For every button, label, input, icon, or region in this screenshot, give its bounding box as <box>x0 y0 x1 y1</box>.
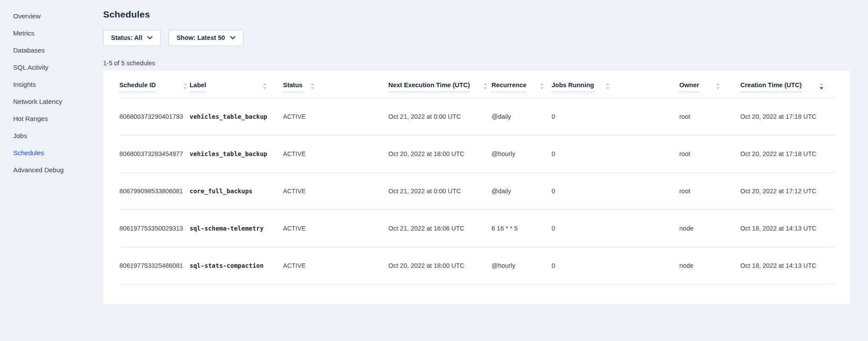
cell-jobs-running: 0 <box>552 247 679 284</box>
cell-next-execution-time: Oct 20, 2022 at 18:00 UTC <box>388 135 491 173</box>
cell-recurrence: @daily <box>491 98 552 135</box>
cell-jobs-running: 0 <box>552 98 679 135</box>
table-row: 806800373290401793 vehicles_table_backup… <box>119 98 835 135</box>
column-label: Owner <box>679 82 699 92</box>
sidebar-item-sql-activity[interactable]: SQL Activity <box>13 64 90 71</box>
table-row: 806800373283454977 vehicles_table_backup… <box>119 135 835 173</box>
cell-recurrence: 6 16 * * 5 <box>491 210 552 247</box>
sidebar-item-overview[interactable]: Overview <box>13 12 90 20</box>
sidebar-item-databases[interactable]: Databases <box>13 46 90 54</box>
cell-owner: node <box>679 247 740 284</box>
results-count: 1-5 of 5 schedules <box>103 60 850 67</box>
main-content: Schedules Status: All Show: Latest 50 1-… <box>103 0 850 304</box>
chevron-down-icon <box>147 36 153 40</box>
cell-status: ACTIVE <box>283 98 388 135</box>
sort-arrows-icon[interactable] <box>606 83 610 89</box>
cell-owner: root <box>679 173 740 210</box>
sort-arrows-icon[interactable] <box>540 83 544 89</box>
cell-label: sql-stats-compaction <box>190 247 283 284</box>
filter-bar: Status: All Show: Latest 50 <box>103 30 850 46</box>
cell-owner: root <box>679 135 740 173</box>
cell-schedule-id: 806197753350029313 <box>119 210 190 247</box>
cell-next-execution-time: Oct 21, 2022 at 0:00 UTC <box>388 98 491 135</box>
cell-schedule-id: 806799098533806081 <box>119 173 190 210</box>
status-filter-label: Status: All <box>111 34 142 41</box>
column-label: Recurrence <box>491 82 527 92</box>
sort-arrows-icon[interactable] <box>716 83 720 89</box>
page-title: Schedules <box>103 9 850 20</box>
column-header-recurrence[interactable]: Recurrence <box>491 82 552 98</box>
column-label: Next Execution Time (UTC) <box>388 82 470 92</box>
sidebar-item-insights[interactable]: Insights <box>13 81 90 89</box>
cell-schedule-id: 806197753325486081 <box>119 247 190 284</box>
column-header-schedule-id[interactable]: Schedule ID <box>119 82 190 98</box>
sort-arrows-icon[interactable] <box>483 83 488 89</box>
cell-owner: root <box>679 98 740 135</box>
status-filter-dropdown[interactable]: Status: All <box>103 30 161 46</box>
cell-schedule-id: 806800373283454977 <box>119 135 190 173</box>
sort-arrows-icon[interactable] <box>262 83 267 89</box>
cell-creation-time: Oct 18, 2022 at 14:13 UTC <box>740 210 835 247</box>
column-label: Creation Time (UTC) <box>740 82 802 92</box>
column-label: Jobs Running <box>552 82 594 92</box>
column-label: Status <box>283 82 302 92</box>
column-header-label[interactable]: Label <box>190 82 283 98</box>
cell-jobs-running: 0 <box>552 135 679 173</box>
column-header-creation-time[interactable]: Creation Time (UTC) <box>740 82 835 98</box>
cell-jobs-running: 0 <box>552 210 679 247</box>
cell-label: vehicles_table_backup <box>190 135 283 173</box>
sidebar: Overview Metrics Databases SQL Activity … <box>13 12 90 183</box>
sort-arrows-icon[interactable] <box>310 83 315 89</box>
cell-status: ACTIVE <box>283 210 388 247</box>
cell-recurrence: @hourly <box>491 247 552 284</box>
cell-status: ACTIVE <box>283 247 388 284</box>
cell-recurrence: @daily <box>491 173 552 210</box>
chevron-down-icon <box>230 36 236 40</box>
cell-label: vehicles_table_backup <box>190 98 283 135</box>
column-header-next-execution-time[interactable]: Next Execution Time (UTC) <box>388 82 491 98</box>
sidebar-item-schedules[interactable]: Schedules <box>13 149 90 157</box>
sidebar-item-network-latency[interactable]: Network Latency <box>13 98 90 106</box>
column-header-owner[interactable]: Owner <box>679 82 740 98</box>
show-filter-dropdown[interactable]: Show: Latest 50 <box>169 30 243 46</box>
sidebar-item-metrics[interactable]: Metrics <box>13 29 90 37</box>
sidebar-item-hot-ranges[interactable]: Hot Ranges <box>13 115 90 123</box>
cell-label: core_full_backups <box>190 173 283 210</box>
cell-creation-time: Oct 18, 2022 at 14:13 UTC <box>740 247 835 284</box>
column-label: Label <box>190 82 206 92</box>
table-row: 806799098533806081 core_full_backups ACT… <box>119 173 835 210</box>
sort-arrows-icon[interactable] <box>183 83 187 89</box>
column-label: Schedule ID <box>119 82 156 92</box>
cell-label: sql-schema-telemetry <box>190 210 283 247</box>
cell-status: ACTIVE <box>283 135 388 173</box>
cell-next-execution-time: Oct 21, 2022 at 0:00 UTC <box>388 173 491 210</box>
table-row: 806197753325486081 sql-stats-compaction … <box>119 247 835 284</box>
cell-next-execution-time: Oct 21, 2022 at 16:06 UTC <box>388 210 491 247</box>
cell-recurrence: @hourly <box>491 135 552 173</box>
cell-creation-time: Oct 20, 2022 at 17:18 UTC <box>740 135 835 173</box>
sort-arrows-icon-active-desc[interactable] <box>819 83 824 89</box>
cell-next-execution-time: Oct 20, 2022 at 18:00 UTC <box>388 247 491 284</box>
table-header-row: Schedule ID Label Status Next Execution … <box>119 82 835 98</box>
sidebar-item-jobs[interactable]: Jobs <box>13 132 90 140</box>
schedules-table-panel: Schedule ID Label Status Next Execution … <box>103 71 850 304</box>
show-filter-label: Show: Latest 50 <box>176 34 225 41</box>
cell-schedule-id: 806800373290401793 <box>119 98 190 135</box>
column-header-jobs-running[interactable]: Jobs Running <box>552 82 679 98</box>
sidebar-item-advanced-debug[interactable]: Advanced Debug <box>13 166 90 174</box>
column-header-status[interactable]: Status <box>283 82 388 98</box>
schedules-table: Schedule ID Label Status Next Execution … <box>119 82 835 284</box>
cell-creation-time: Oct 20, 2022 at 17:12 UTC <box>740 173 835 210</box>
table-row: 806197753350029313 sql-schema-telemetry … <box>119 210 835 247</box>
cell-status: ACTIVE <box>283 173 388 210</box>
cell-owner: node <box>679 210 740 247</box>
cell-jobs-running: 0 <box>552 173 679 210</box>
cell-creation-time: Oct 20, 2022 at 17:18 UTC <box>740 98 835 135</box>
